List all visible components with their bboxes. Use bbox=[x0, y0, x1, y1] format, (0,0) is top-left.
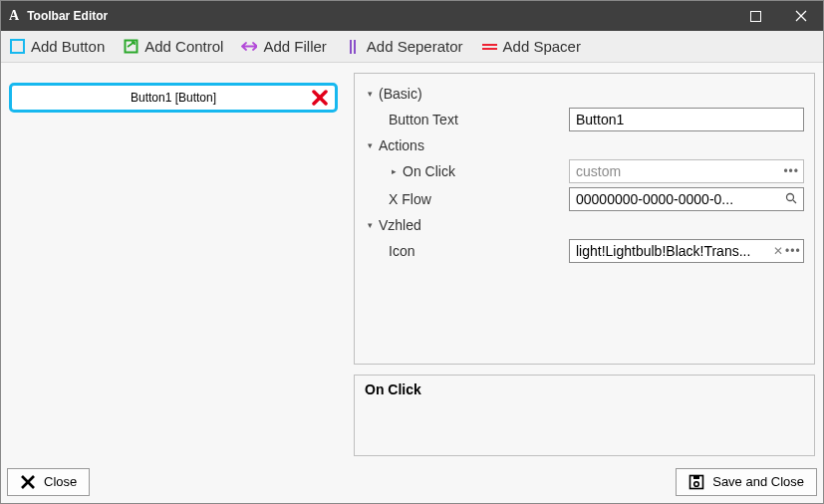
close-icon bbox=[20, 474, 36, 490]
toolbar: Add Button Add Control Add Filler Add Se… bbox=[1, 31, 823, 63]
svg-point-11 bbox=[787, 193, 794, 200]
toolbar-label: Add Spacer bbox=[503, 38, 581, 55]
chevron-down-icon: ▾ bbox=[365, 140, 375, 150]
toolbar-item[interactable]: Button1 [Button] bbox=[9, 83, 338, 113]
event-panel-header: On Click bbox=[365, 381, 804, 397]
window-controls bbox=[733, 1, 823, 31]
button-text-input[interactable] bbox=[569, 108, 804, 131]
items-list: Button1 [Button] bbox=[9, 73, 338, 456]
chevron-down-icon: ▾ bbox=[365, 220, 375, 230]
toolbar-label: Add Filler bbox=[263, 38, 326, 55]
add-button-action[interactable]: Add Button bbox=[7, 36, 107, 57]
group-actions[interactable]: ▾ Actions bbox=[365, 133, 804, 157]
add-spacer-action[interactable]: Add Spacer bbox=[479, 36, 583, 57]
right-column: ▾ (Basic) Button Text ▾ Actions ▸ On Cli… bbox=[354, 73, 815, 456]
titlebar: A Toolbar Editor bbox=[1, 1, 823, 31]
app-icon: A bbox=[9, 8, 19, 24]
prop-on-click: ▸ On Click custom ••• bbox=[365, 157, 804, 185]
add-control-action[interactable]: Add Control bbox=[121, 36, 225, 57]
button-label: Close bbox=[44, 474, 77, 489]
filler-icon bbox=[241, 39, 257, 55]
add-filler-action[interactable]: Add Filler bbox=[239, 36, 328, 57]
svg-point-16 bbox=[694, 481, 699, 486]
icon-value: light!Lightbulb!Black!Trans... bbox=[576, 243, 771, 259]
icon-field[interactable]: light!Lightbulb!Black!Trans... ✕ ••• bbox=[569, 239, 804, 263]
toolbar-label: Add Seperator bbox=[367, 38, 463, 55]
maximize-button[interactable] bbox=[733, 1, 778, 31]
delete-item-button[interactable] bbox=[309, 87, 331, 109]
combo-value: custom bbox=[576, 163, 621, 179]
prop-label: Icon bbox=[365, 243, 569, 259]
prop-label: Button Text bbox=[365, 112, 569, 127]
group-label: (Basic) bbox=[379, 86, 422, 102]
lookup-value: 00000000-0000-0000-0... bbox=[576, 191, 783, 207]
add-separator-action[interactable]: Add Seperator bbox=[343, 36, 465, 57]
svg-rect-3 bbox=[11, 40, 24, 53]
svg-line-12 bbox=[793, 200, 796, 203]
svg-rect-17 bbox=[693, 476, 699, 479]
window-title: Toolbar Editor bbox=[27, 9, 108, 23]
clear-icon[interactable]: ✕ bbox=[771, 244, 785, 258]
group-label: Actions bbox=[379, 137, 424, 153]
save-and-close-button[interactable]: Save and Close bbox=[676, 468, 817, 496]
prop-label: ▸ On Click bbox=[365, 163, 569, 179]
separator-icon bbox=[345, 39, 361, 55]
close-window-button[interactable] bbox=[778, 1, 823, 31]
save-icon bbox=[688, 474, 704, 490]
prop-button-text: Button Text bbox=[365, 106, 804, 133]
on-click-combo[interactable]: custom ••• bbox=[569, 159, 804, 183]
button-label: Save and Close bbox=[712, 474, 804, 489]
prop-icon: Icon light!Lightbulb!Black!Trans... ✕ ••… bbox=[365, 237, 804, 265]
button-icon bbox=[9, 39, 25, 55]
close-button[interactable]: Close bbox=[7, 468, 90, 496]
toolbar-label: Add Button bbox=[31, 38, 105, 55]
ellipsis-icon[interactable]: ••• bbox=[785, 244, 799, 258]
toolbar-label: Add Control bbox=[144, 38, 223, 55]
toolbar-item-label: Button1 [Button] bbox=[12, 91, 335, 105]
control-icon bbox=[123, 39, 138, 55]
xflow-lookup[interactable]: 00000000-0000-0000-0... bbox=[569, 187, 804, 211]
svg-rect-0 bbox=[751, 11, 761, 21]
ellipsis-icon[interactable]: ••• bbox=[783, 164, 799, 178]
chevron-right-icon: ▸ bbox=[389, 166, 399, 176]
group-label: Vzhled bbox=[379, 217, 421, 233]
prop-label: X Flow bbox=[365, 191, 569, 207]
prop-xflow: X Flow 00000000-0000-0000-0... bbox=[365, 185, 804, 213]
group-basic[interactable]: ▾ (Basic) bbox=[365, 82, 804, 106]
group-appearance[interactable]: ▾ Vzhled bbox=[365, 213, 804, 237]
search-icon[interactable] bbox=[783, 192, 799, 207]
footer: Close Save and Close bbox=[1, 464, 823, 503]
event-panel: On Click bbox=[354, 375, 815, 456]
properties-panel: ▾ (Basic) Button Text ▾ Actions ▸ On Cli… bbox=[354, 73, 815, 365]
spacer-icon bbox=[481, 39, 497, 55]
main-area: Button1 [Button] ▾ (Basic) Button Text ▾… bbox=[1, 63, 823, 464]
chevron-down-icon: ▾ bbox=[365, 89, 375, 99]
